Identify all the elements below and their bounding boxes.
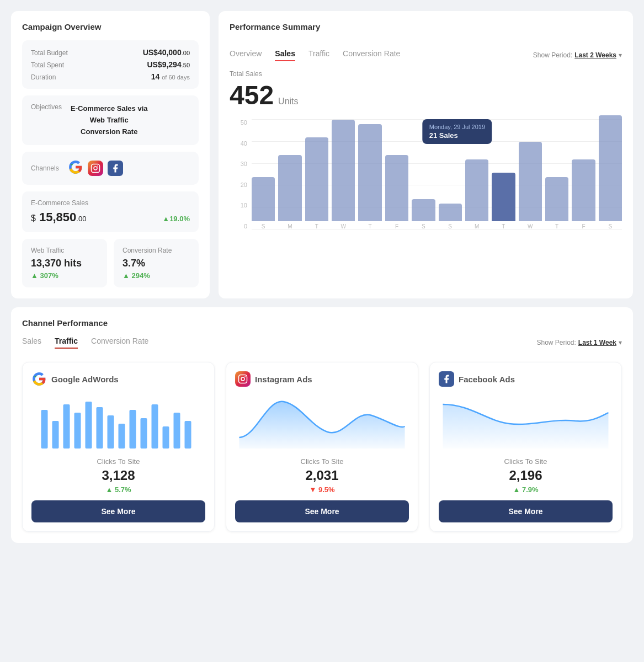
svg-point-2 (97, 166, 98, 167)
total-sales-unit: Units (278, 97, 298, 106)
tab-overview[interactable]: Overview (230, 49, 262, 61)
instagram-ads-name: Instagram Ads (255, 375, 312, 384)
channel-show-period: Show Period: Last 1 Week ▾ (536, 339, 622, 346)
duration-value: 14 of 60 days (151, 72, 190, 81)
facebook-metric-label: Clicks To Site (439, 457, 613, 466)
google-channel-icon (68, 159, 83, 177)
svg-point-18 (241, 377, 244, 381)
bar-6[interactable] (412, 199, 435, 221)
facebook-metric-value: 2,196 (439, 468, 613, 483)
instagram-area-chart (235, 393, 409, 449)
channel-tabs-row: Sales Traffic Conversion Rate Show Perio… (22, 337, 622, 349)
bar-2[interactable] (305, 137, 328, 221)
bar-col-12: F (572, 159, 595, 229)
facebook-see-more-button[interactable]: See More (439, 500, 613, 522)
bar-col-10: W (519, 142, 542, 229)
instagram-channel-icon (88, 161, 103, 176)
tab-conversion-rate[interactable]: Conversion Rate (343, 49, 400, 61)
main-container: Campaign Overview Total Budget US$40,000… (11, 11, 633, 543)
show-period-label: Show Period: (533, 51, 572, 59)
svg-rect-3 (41, 410, 48, 449)
svg-rect-0 (91, 164, 99, 173)
channel-period-dropdown-icon[interactable]: ▾ (619, 339, 622, 346)
web-traffic-change: ▲ 307% (31, 271, 98, 280)
total-spent-value: US$9,294.50 (147, 60, 190, 69)
channel-tab-traffic[interactable]: Traffic (55, 337, 78, 349)
bar-label-11: T (555, 223, 558, 229)
tab-sales[interactable]: Sales (275, 49, 295, 61)
facebook-ads-card: Facebook Ads Clicks To Site 2,196 ▲ 7.9% (429, 362, 622, 532)
bar-label-10: W (528, 223, 533, 229)
tooltip-date: Monday, 29 Jul 2019 (429, 124, 485, 130)
tab-traffic[interactable]: Traffic (308, 49, 329, 61)
instagram-see-more-button[interactable]: See More (235, 500, 409, 522)
show-period-value[interactable]: Last 2 Weeks (574, 51, 616, 59)
bar-11[interactable] (545, 177, 568, 221)
instagram-ads-card: Instagram Ads Clicks To Site 2,031 ▼ 9.5 (226, 362, 418, 532)
objectives-card: Objectives E-Commerce Sales via Web Traf… (22, 95, 199, 145)
svg-rect-6 (74, 413, 81, 449)
bar-12[interactable] (572, 159, 595, 221)
conversion-rate-value: 3.7% (123, 258, 190, 269)
svg-rect-16 (185, 421, 191, 449)
bar-7[interactable] (439, 204, 462, 221)
bar-3[interactable] (332, 120, 355, 221)
ecommerce-sales-label: E-Commerce Sales (31, 199, 190, 207)
bar-9[interactable] (492, 173, 515, 221)
bar-label-5: F (395, 223, 398, 229)
bar-label-7: S (448, 223, 452, 229)
channel-tab-sales[interactable]: Sales (22, 337, 41, 349)
objectives-label: Objectives (31, 103, 62, 111)
total-sales-number: 452 (230, 80, 274, 110)
bar-0[interactable] (252, 177, 275, 221)
facebook-change: ▲ 7.9% (439, 485, 613, 494)
svg-point-1 (94, 167, 97, 170)
show-period-control: Show Period: Last 2 Weeks ▾ (533, 51, 622, 59)
channel-cards-row: Google AdWords (22, 362, 622, 532)
channel-tab-conversion[interactable]: Conversion Rate (91, 337, 148, 349)
bar-col-2: T (305, 137, 328, 229)
instagram-metric-label: Clicks To Site (235, 457, 409, 466)
svg-point-19 (244, 376, 246, 377)
objectives-values: E-Commerce Sales via Web Traffic Convers… (71, 103, 147, 137)
bar-5[interactable] (385, 155, 408, 221)
sales-bar-chart: Monday, 29 Jul 2019 21 Sales 0 10 (230, 119, 622, 252)
facebook-channel-icon (108, 161, 123, 176)
ecommerce-value-row: $ 15,850.00 ▲19.0% (31, 210, 190, 225)
channel-period-value[interactable]: Last 1 Week (578, 339, 616, 346)
bar-col-7: S (439, 204, 462, 229)
conversion-rate-label: Conversion Rate (123, 247, 190, 254)
performance-summary-header: Performance Summary (230, 22, 622, 40)
performance-tabs-row: Overview Sales Traffic Conversion Rate S… (230, 49, 622, 61)
google-see-more-button[interactable]: See More (31, 500, 205, 522)
channels-label: Channels (31, 164, 59, 172)
bar-1[interactable] (278, 155, 301, 221)
bar-col-1: M (278, 155, 301, 229)
google-metric-label: Clicks To Site (31, 457, 205, 466)
google-adwords-header: Google AdWords (31, 371, 205, 387)
period-dropdown-icon[interactable]: ▾ (619, 51, 622, 59)
channels-icons (68, 159, 123, 177)
svg-rect-14 (163, 426, 169, 449)
svg-rect-7 (86, 402, 92, 449)
bar-4[interactable] (358, 124, 381, 221)
budget-card: Total Budget US$40,000.00 Total Spent US… (22, 40, 199, 89)
instagram-ads-header: Instagram Ads (235, 371, 409, 387)
bar-10[interactable] (519, 142, 542, 221)
bar-label-3: W (341, 223, 346, 229)
bar-label-6: S (422, 223, 425, 229)
svg-rect-15 (174, 413, 180, 449)
instagram-metric-value: 2,031 (235, 468, 409, 483)
bar-13[interactable] (599, 115, 622, 221)
web-traffic-label: Web Traffic (31, 247, 98, 254)
bar-label-2: T (315, 223, 318, 229)
svg-rect-13 (152, 404, 158, 449)
bar-8[interactable] (465, 159, 488, 221)
metrics-row: Web Traffic 13,370 hits ▲ 307% Conversio… (22, 239, 199, 287)
duration-row: Duration 14 of 60 days (31, 72, 190, 81)
performance-summary-card: Performance Summary Overview Sales Traff… (219, 11, 633, 298)
chart-tooltip: Monday, 29 Jul 2019 21 Sales (423, 119, 492, 144)
bar-col-9: T (492, 173, 515, 229)
svg-rect-8 (97, 407, 103, 449)
svg-rect-17 (239, 375, 247, 383)
